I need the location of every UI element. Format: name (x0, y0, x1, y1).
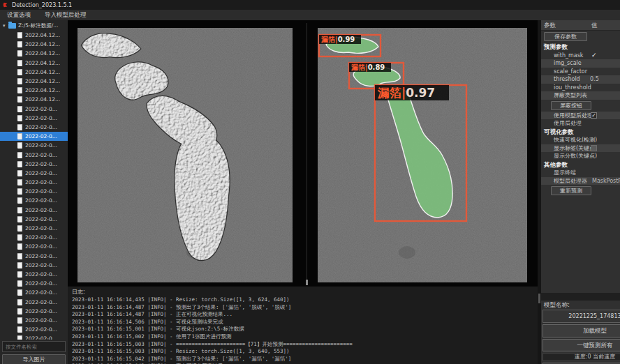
tree-item[interactable]: 2022-02-0... (0, 242, 68, 251)
splitter-handle[interactable] (306, 280, 308, 285)
tree-item[interactable]: 2022-02-0... (0, 132, 68, 141)
param-row-use-post[interactable]: 使用后处理 (541, 119, 620, 128)
tree-item[interactable]: 2022-02-0... (0, 169, 68, 178)
save-params-button[interactable]: 保存参数 (544, 32, 587, 41)
log-line: 2023-01-11 16:16:14,487 |INFO| - 预测出了3个结… (72, 304, 533, 312)
tree-item[interactable]: 2022-02-0... (0, 123, 68, 132)
checkmark-icon[interactable]: ✓ (591, 52, 597, 60)
tree-item[interactable]: 2022-02-0... (0, 279, 68, 288)
file-icon (17, 170, 22, 176)
threshold-value[interactable]: 0.5 (590, 75, 599, 84)
tree-item[interactable]: 2022-02-0... (0, 150, 68, 159)
log-area[interactable]: 日志: 2023-01-11 16:16:14,435 |INFO| - Res… (68, 286, 538, 364)
tree-item[interactable]: 2022-02-0... (0, 187, 68, 196)
repredict-button[interactable]: 重新预测 (551, 186, 591, 195)
params-bottom-divider (541, 293, 620, 301)
checkbox-unchecked[interactable] (591, 145, 597, 151)
model-name-label: 模型名称: (544, 301, 570, 310)
tree-item[interactable]: 2022.04.12... (0, 77, 68, 86)
file-tree-sidebar: ▾ Z:/5-标注数据/... 2022.04.12... 2022.04.12… (0, 20, 68, 364)
prediction-image-canvas[interactable]: 漏箔|0.99 漏箔|0.89 漏箔|0.97 (318, 28, 527, 282)
window-title: Detection_2023.1.5.1 (12, 2, 72, 8)
param-row-show-label[interactable]: 显示标签(关键点) (541, 144, 620, 153)
menu-bar: 设置选项 导入模型后处理 (0, 10, 620, 20)
tree-item[interactable]: 2022-02-0... (0, 215, 68, 224)
file-icon (17, 96, 22, 103)
file-icon (17, 188, 22, 195)
tree-item[interactable]: 2022-02-0... (0, 325, 68, 334)
tree-item[interactable]: 2022.04.12... (0, 31, 68, 40)
checkbox-checked[interactable]: ✓ (591, 112, 597, 119)
title-bar: Detection_2023.1.5.1 (0, 0, 620, 10)
tree-item[interactable]: 2022-02-0... (0, 316, 68, 325)
file-icon (17, 234, 22, 241)
tree-item[interactable]: 2022-02-0... (0, 105, 68, 114)
param-row-quick-visual[interactable]: 快速可视化(检测) (541, 136, 620, 144)
tree-item[interactable]: 2022-02-0... (0, 288, 68, 297)
param-row-show-score[interactable]: 显示分数(关键点) (541, 152, 620, 160)
tree-item[interactable]: 2022.04.12... (0, 49, 68, 58)
file-icon (17, 60, 22, 66)
tree-root-folder[interactable]: ▾ Z:/5-标注数据/... (0, 21, 68, 30)
tree-item[interactable]: 2022.04.12... (0, 59, 68, 68)
tree-item[interactable]: 2022-02-0... (0, 252, 68, 261)
tree-expand-icon[interactable]: ▾ (3, 23, 8, 29)
tree-item[interactable]: 2022.04.12... (0, 86, 68, 95)
tree-item[interactable]: 2022-02-0... (0, 196, 68, 205)
file-icon (17, 308, 22, 314)
file-icon (17, 326, 22, 333)
raw-image-canvas[interactable] (78, 28, 293, 282)
tree-item[interactable]: 2022-02-0... (0, 206, 68, 215)
tree-item[interactable]: 2022-02-0 (0, 334, 68, 340)
tree-item[interactable]: 2022.04.12... (0, 40, 68, 49)
tree-item[interactable]: 2022-02-0... (0, 141, 68, 150)
tree-item[interactable]: 2022-02-0... (0, 307, 68, 316)
tree-item[interactable]: 2022.04.12... (0, 95, 68, 104)
tree-item[interactable]: 2022.04.12... (0, 68, 68, 77)
param-row-with-mask[interactable]: with_mask ✓ (541, 52, 620, 60)
predict-all-button[interactable]: 一键预测所有 (542, 339, 620, 351)
import-image-button[interactable]: 导入图片 (2, 354, 66, 364)
load-model-button[interactable]: 加载模型 (542, 324, 620, 338)
image-panel-prediction: 漏箔|0.99 漏箔|0.89 漏箔|0.97 (309, 20, 538, 286)
model-name-field[interactable]: 20221225_174813 (542, 310, 620, 323)
file-icon (17, 253, 22, 259)
file-icon (17, 225, 22, 232)
tree-item[interactable]: 2022-02-0... (0, 261, 68, 270)
model-post-value[interactable]: MaskPostPro (592, 177, 620, 185)
params-panel: 参数 值 保存参数 预测参数 with_mask ✓ img_scale sca… (541, 20, 620, 364)
tree-item-list[interactable]: 2022.04.12... 2022.04.12... 2022.04.12..… (0, 31, 68, 340)
file-icon (17, 124, 22, 130)
param-row-show-terminal[interactable]: 显示终端 (541, 169, 620, 177)
file-icon (17, 87, 22, 93)
panel-splitter-grip[interactable] (538, 294, 540, 303)
file-icon (17, 243, 22, 250)
params-col-param: 参数 (544, 22, 556, 30)
tree-item[interactable]: 2022-02-0... (0, 297, 68, 306)
param-row-scale-factor[interactable]: scale_factor (541, 68, 620, 76)
file-icon (17, 317, 22, 324)
param-row-iou-threshold[interactable]: iou_threshold (541, 84, 620, 92)
tree-item[interactable]: 2022-02-0... (0, 270, 68, 279)
file-icon (17, 197, 22, 204)
tree-item[interactable]: 2022-02-0... (0, 233, 68, 242)
search-input[interactable] (2, 341, 66, 352)
log-line: 2023-01-11 16:16:14,487 |INFO| - 正在可视化预测… (72, 311, 533, 319)
param-row-use-model-post[interactable]: 使用模型后处理 ✓ (541, 112, 620, 120)
file-icon (17, 207, 22, 213)
svg-text:漏箔|0.97: 漏箔|0.97 (377, 86, 435, 100)
tree-item[interactable]: 2022-02-0... (0, 114, 68, 123)
tree-item[interactable]: 2022-02-0... (0, 178, 68, 187)
mask-button[interactable]: 屏蔽按钮 (551, 101, 591, 110)
tree-item[interactable]: 2022-02-0... (0, 224, 68, 233)
param-row-threshold[interactable]: threshold 0.5 (541, 75, 620, 84)
file-icon (17, 335, 22, 340)
menu-settings[interactable]: 设置选项 (0, 10, 38, 20)
tree-item[interactable]: 2022-02-0... (0, 160, 68, 169)
param-row-model-post[interactable]: 模型后处理器 MaskPostPro (541, 177, 620, 185)
log-line: 2023-01-11 16:16:15,002 |INFO| - 使用了1张图片… (72, 333, 533, 341)
menu-import-model-post[interactable]: 导入模型后处理 (38, 10, 94, 20)
section-other-params: 其他参数 (541, 160, 620, 169)
param-row-mask-type-list[interactable]: 屏蔽类型列表 (541, 91, 620, 100)
param-row-img-scale[interactable]: img_scale (541, 59, 620, 68)
